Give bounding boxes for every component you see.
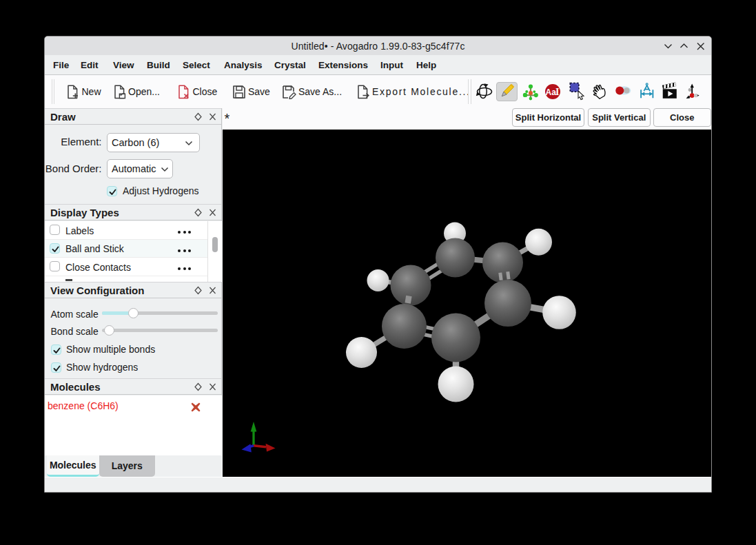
- svg-text:Aa: Aa: [545, 88, 556, 97]
- svg-text:I: I: [555, 87, 559, 97]
